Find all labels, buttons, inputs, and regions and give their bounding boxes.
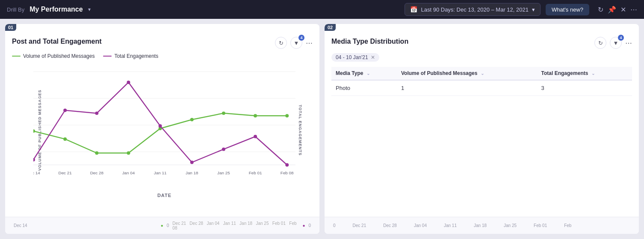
mini-dot1: ● bbox=[161, 223, 163, 228]
svg-text:Dec 14: Dec 14 bbox=[33, 170, 40, 175]
sort-icon-volume: ⌄ bbox=[481, 71, 484, 76]
purple-dot-5 bbox=[190, 161, 194, 164]
card2-title: Media Type Distribution bbox=[331, 38, 408, 45]
calendar-icon: 📅 bbox=[410, 6, 417, 13]
filter-tag-label: 04 - 10 Jan'21 bbox=[336, 54, 368, 60]
legend-item-engagements: Total Engagements bbox=[103, 53, 158, 59]
mini-dot2: ● bbox=[302, 223, 305, 228]
cell-engagements: 3 bbox=[537, 80, 632, 96]
card1-more-button[interactable]: ⋯ bbox=[306, 39, 313, 47]
green-dot-1 bbox=[63, 137, 67, 141]
date-range-button[interactable]: 📅 Last 90 Days: Dec 13, 2020 – Mar 12, 2… bbox=[405, 3, 541, 16]
card2-header: Media Type Distribution ↻ ▼ 4 ⋯ bbox=[331, 33, 632, 49]
svg-text:Jan 25: Jan 25 bbox=[217, 170, 230, 175]
cell-media-type: Photo bbox=[331, 80, 397, 96]
svg-text:Jan 11: Jan 11 bbox=[154, 170, 167, 175]
main-content: 01 Post and Total Engagement ↻ ▼ 4 ⋯ Vol… bbox=[0, 19, 644, 239]
card2-badge: 02 bbox=[325, 24, 336, 31]
green-dot-6 bbox=[222, 111, 225, 115]
table-row: Photo 1 3 bbox=[331, 80, 632, 96]
card1-filter-button[interactable]: ▼ 4 bbox=[290, 37, 302, 49]
mini-strip-mid: Dec 21 Dec 28 Jan 04 Jan 11 Jan 18 Jan 2… bbox=[172, 221, 299, 230]
svg-text:Jan 04: Jan 04 bbox=[122, 170, 135, 175]
whats-new-button[interactable]: What's new? bbox=[546, 4, 589, 15]
legend-line-engagements bbox=[103, 56, 112, 57]
pin-icon[interactable]: 📌 bbox=[608, 6, 616, 14]
legend-line-messages bbox=[12, 56, 21, 57]
filter-tag: 04 - 10 Jan'21 ✕ bbox=[331, 53, 379, 62]
mini-val1: 0 bbox=[167, 223, 169, 228]
card2-refresh-button[interactable]: ↻ bbox=[594, 37, 606, 49]
green-dot-2 bbox=[95, 151, 98, 155]
filter-icon2: ▼ bbox=[613, 40, 619, 46]
filter-icon: ▼ bbox=[294, 40, 299, 46]
top-bar: Drill By My Performance ▾ 📅 Last 90 Days… bbox=[0, 0, 644, 19]
card1-header: Post and Total Engagement ↻ ▼ 4 ⋯ bbox=[12, 33, 313, 49]
svg-text:Dec 28: Dec 28 bbox=[90, 170, 104, 175]
card-post-engagement: 01 Post and Total Engagement ↻ ▼ 4 ⋯ Vol… bbox=[5, 24, 319, 234]
legend-label-engagements: Total Engagements bbox=[114, 53, 158, 59]
card2-mini-text: 0 Dec 21 Dec 28 Jan 04 Jan 11 Jan 18 Jan… bbox=[333, 223, 571, 228]
card1-badge: 01 bbox=[5, 24, 16, 31]
chart-svg: 7.2 4.8 2.4 0 3.6 2.4 1.2 0 Dec 14 Dec 2… bbox=[33, 63, 295, 191]
sort-icon-media: ⌄ bbox=[366, 71, 370, 76]
sort-icon-engagements: ⌄ bbox=[591, 71, 595, 76]
card2-mini-strip: 0 Dec 21 Dec 28 Jan 04 Jan 11 Jan 18 Jan… bbox=[325, 217, 639, 234]
purple-dot-8 bbox=[285, 163, 289, 167]
purple-dot-7 bbox=[254, 135, 257, 138]
purple-dot-3 bbox=[127, 81, 130, 84]
card2-actions: ↻ ▼ 4 ⋯ bbox=[594, 37, 632, 49]
refresh-icon[interactable]: ↻ bbox=[598, 6, 603, 14]
col-media-type[interactable]: Media Type ⌄ bbox=[331, 67, 397, 80]
chevron-date-icon: ▾ bbox=[532, 6, 535, 13]
purple-dot-1 bbox=[63, 108, 67, 112]
purple-line bbox=[33, 82, 287, 165]
svg-text:Jan 18: Jan 18 bbox=[186, 170, 198, 175]
green-line bbox=[33, 113, 287, 153]
table-body: Photo 1 3 bbox=[331, 80, 632, 96]
top-bar-actions: ↻ 📌 ✕ ⋯ bbox=[598, 6, 637, 14]
card1-legend: Volume of Published Messages Total Engag… bbox=[12, 53, 313, 59]
card2-more-button[interactable]: ⋯ bbox=[625, 39, 632, 47]
green-dot-7 bbox=[254, 114, 257, 117]
legend-item-messages: Volume of Published Messages bbox=[12, 53, 95, 59]
mini-val2: 0 bbox=[308, 223, 311, 228]
purple-dot-4 bbox=[159, 124, 162, 128]
mini-strip-text: Dec 14 bbox=[14, 223, 27, 228]
green-dot-0 bbox=[33, 129, 35, 133]
filter-remove-icon[interactable]: ✕ bbox=[371, 54, 375, 60]
purple-dot-2 bbox=[95, 111, 98, 115]
svg-text:Feb 01: Feb 01 bbox=[249, 170, 262, 175]
col-volume[interactable]: Volume of Published Messages ⌄ bbox=[397, 67, 537, 80]
close-icon[interactable]: ✕ bbox=[620, 6, 626, 14]
chevron-down-icon[interactable]: ▾ bbox=[88, 6, 91, 12]
table-header-row: Media Type ⌄ Volume of Published Message… bbox=[331, 67, 632, 80]
card1-refresh-button[interactable]: ↻ bbox=[275, 37, 287, 49]
svg-text:Dec 21: Dec 21 bbox=[59, 170, 72, 175]
y-axis-right-label: TOTAL ENGAGEMENTS bbox=[298, 105, 302, 155]
chart-area: 7.2 4.8 2.4 0 3.6 2.4 1.2 0 Dec 14 Dec 2… bbox=[33, 63, 295, 191]
col-engagements[interactable]: Total Engagements ⌄ bbox=[537, 67, 632, 80]
drill-by-label: Drill By bbox=[7, 6, 24, 13]
chart-wrapper: VOLUME OF PUBLISHED MESSAGES TOTAL ENGAG… bbox=[12, 63, 313, 198]
date-range-text: Last 90 Days: Dec 13, 2020 – Mar 12, 202… bbox=[421, 6, 529, 13]
card2-filter-button[interactable]: ▼ 4 bbox=[610, 37, 622, 49]
card1-title: Post and Total Engagement bbox=[12, 38, 102, 45]
card1-mini-strip: Dec 14 ● 0 Dec 21 Dec 28 Jan 04 Jan 11 J… bbox=[5, 217, 319, 234]
legend-label-messages: Volume of Published Messages bbox=[23, 53, 95, 59]
svg-text:Feb 08: Feb 08 bbox=[281, 170, 294, 175]
table-header: Media Type ⌄ Volume of Published Message… bbox=[331, 67, 632, 80]
card1-actions: ↻ ▼ 4 ⋯ bbox=[275, 37, 313, 49]
green-dot-3 bbox=[127, 151, 130, 155]
media-type-table: Media Type ⌄ Volume of Published Message… bbox=[331, 67, 632, 96]
drill-by-title: My Performance bbox=[30, 6, 83, 13]
card1-filter-count: 4 bbox=[298, 35, 304, 41]
more-options-icon[interactable]: ⋯ bbox=[630, 6, 637, 14]
card-media-type: 02 Media Type Distribution ↻ ▼ 4 ⋯ 04 - … bbox=[325, 24, 639, 234]
card2-filter-count: 4 bbox=[618, 35, 624, 41]
purple-dot-0 bbox=[33, 158, 35, 161]
green-dot-5 bbox=[190, 118, 194, 121]
cell-volume: 1 bbox=[397, 80, 537, 96]
purple-dot-6 bbox=[222, 147, 225, 151]
green-dot-8 bbox=[285, 114, 289, 117]
